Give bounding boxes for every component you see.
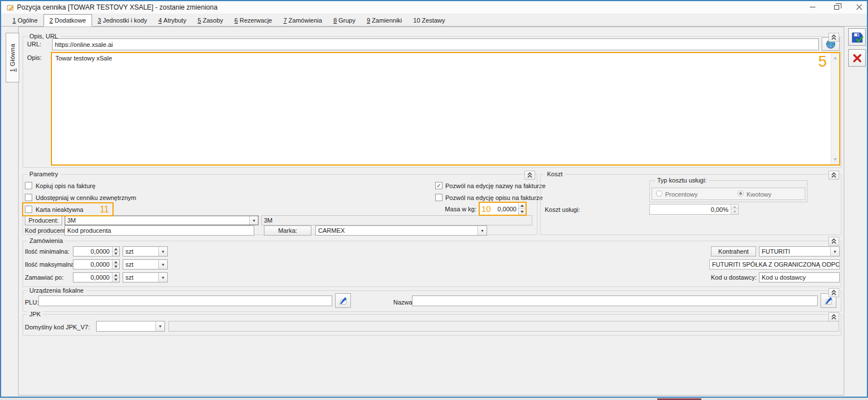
tab-zamienniki[interactable]: 9Zamienniki — [361, 15, 407, 26]
checkbox-pozwol-opisu[interactable] — [435, 194, 442, 201]
dropdown-arrow-icon[interactable]: ▾ — [830, 247, 839, 256]
plu-input[interactable] — [38, 295, 332, 306]
url-input[interactable]: https://online.xsale.ai — [52, 38, 819, 50]
masa-spin-buttons[interactable] — [518, 203, 526, 215]
tab-zamowienia[interactable]: 7Zamówienia — [277, 15, 327, 26]
dropdown-arrow-icon[interactable]: ▾ — [478, 226, 487, 235]
minimize-button[interactable] — [804, 1, 822, 13]
collapse-chevron-icon — [831, 290, 836, 295]
plu-label: PLU: — [25, 299, 38, 306]
marka-combo[interactable]: CARMEX ▾ — [315, 225, 487, 236]
tab-rezerwacje[interactable]: 6Rezerwacje — [229, 15, 278, 26]
url-label: URL: — [27, 41, 41, 47]
typ-kosztu-title: Typ kosztu usługi: — [655, 177, 709, 184]
ilosc-minimalna-unit-combo[interactable]: szt ▾ — [123, 246, 168, 256]
save-button[interactable] — [848, 28, 866, 46]
masa-spinner[interactable]: 10 0,0000 — [479, 202, 527, 216]
tab-bar: 1Ogólne 2Dodatkowe 3Jednostki i kody 4At… — [1, 14, 867, 27]
close-button[interactable] — [850, 1, 868, 13]
cancel-button[interactable] — [848, 49, 866, 67]
checkbox-pozwol-opisu-label: Pozwól na edycję opisu na fakturze — [445, 194, 542, 201]
annotation-badge-5: 5 — [818, 53, 827, 71]
koszt-uslugi-spinner[interactable]: 0,00% — [649, 204, 739, 215]
collapse-zamowienia-button[interactable] — [828, 237, 839, 246]
tab-ogolne[interactable]: 1Ogólne — [7, 15, 44, 26]
spin-buttons[interactable] — [112, 247, 119, 256]
collapse-urzadzenia-button[interactable] — [828, 288, 839, 297]
dropdown-arrow-icon[interactable]: ▾ — [158, 260, 167, 269]
koszt-spin-buttons[interactable] — [731, 205, 738, 214]
minimize-icon — [810, 7, 815, 7]
opis-label: Opis: — [27, 54, 42, 61]
side-tab-glowna[interactable]: 1 Główna — [6, 33, 19, 82]
collapse-opis-url-button[interactable] — [828, 33, 839, 42]
kod-dostawcy-input[interactable]: Kod u dostawcy — [759, 272, 840, 282]
collapse-chevron-icon — [831, 34, 836, 40]
collapse-chevron-icon — [831, 314, 836, 320]
kontrahent-combo[interactable]: FUTURITI ▾ — [759, 246, 840, 256]
producent-combo[interactable]: 3M ▾ — [64, 215, 259, 225]
section-urzadzenia-title: Urządzenia fiskalne — [27, 287, 86, 294]
tab-atrybuty[interactable]: 4Atrybuty — [153, 15, 192, 26]
annotation-badge-10: 10 — [480, 203, 491, 215]
radio-kwotowy[interactable] — [737, 190, 744, 197]
nazwa-label: Nazwa: — [393, 299, 414, 306]
collapse-parametry-button[interactable] — [524, 171, 535, 180]
section-koszt-title: Koszt — [545, 171, 565, 177]
opis-textarea[interactable]: Towar testowy xSale 5 — [51, 52, 840, 166]
kod-producenta-input[interactable]: Kod producenta — [64, 225, 254, 236]
checkbox-pozwol-nazwy[interactable]: ✓ — [435, 182, 442, 189]
section-jpk-title: JPK — [27, 311, 43, 318]
zamawiac-po-unit-combo[interactable]: szt ▾ — [123, 272, 168, 282]
desktop-strip — [0, 398, 868, 400]
zamawiac-po-spinner[interactable]: 0,0000 — [73, 272, 120, 282]
checkbox-kopiuj-opis[interactable] — [25, 182, 32, 189]
radio-procentowy-label: Procentowy — [665, 191, 697, 198]
tab-jednostki-i-kody[interactable]: 3Jednostki i kody — [92, 15, 153, 26]
masa-label: Masa w kg: — [420, 206, 476, 212]
opis-text: Towar testowy xSale — [55, 55, 112, 62]
tab-zestawy[interactable]: 10Zestawy — [407, 15, 450, 26]
collapse-chevron-icon — [831, 238, 836, 244]
app-window: Pozycja cennika [TOWAR TESTOVY XSALE] - … — [0, 0, 868, 398]
jpk-label: Domyślny kod JPK_V7: — [25, 324, 90, 331]
spin-buttons[interactable] — [112, 260, 119, 269]
producent-button[interactable]: Producent: — [25, 215, 62, 225]
tab-zasoby[interactable]: 5Zasoby — [192, 15, 229, 26]
opis-scrollbar[interactable] — [831, 53, 839, 164]
collapse-jpk-button[interactable] — [828, 312, 839, 321]
spin-buttons[interactable] — [112, 273, 119, 282]
dropdown-arrow-icon[interactable]: ▾ — [249, 216, 258, 225]
dropdown-arrow-icon[interactable]: ▾ — [158, 273, 167, 282]
restore-icon — [834, 5, 839, 10]
dropdown-arrow-icon[interactable]: ▾ — [158, 247, 167, 256]
ilosc-maksymalna-spinner[interactable]: 0,0000 — [73, 259, 120, 269]
radio-procentowy[interactable] — [656, 190, 662, 197]
tab-grupy[interactable]: 8Grupy — [328, 15, 361, 26]
checkbox-udostepniaj[interactable] — [25, 194, 32, 201]
dropdown-arrow-icon[interactable]: ▾ — [155, 321, 164, 331]
ilosc-minimalna-spinner[interactable]: 0,0000 — [73, 246, 120, 256]
scroll-up-icon — [834, 56, 837, 59]
tab-dodatkowe[interactable]: 2Dodatkowe — [44, 14, 92, 27]
scroll-down-icon — [834, 158, 837, 161]
plu-edit-button[interactable] — [335, 293, 351, 308]
section-parametry-title: Parametry — [27, 171, 60, 177]
restore-button[interactable] — [827, 1, 845, 13]
checkbox-udostepniaj-label: Udostępniaj w cenniku zewnętrznym — [36, 194, 136, 201]
kontrahent-name-readonly: FUTURITI SPÓŁKA Z OGRANICZONĄ ODPOWIEDZI… — [709, 259, 840, 269]
save-icon — [850, 31, 864, 44]
masa-value: 0,0000 — [491, 203, 518, 215]
producent-name-readonly: 3M — [261, 215, 532, 225]
kontrahent-button[interactable]: Kontrahent — [711, 246, 756, 256]
jpk-combo[interactable]: ▾ — [96, 321, 165, 332]
collapse-koszt-button[interactable] — [828, 171, 839, 180]
ilosc-maksymalna-unit-combo[interactable]: szt ▾ — [123, 259, 168, 269]
checkbox-karta-nieaktywna[interactable] — [25, 206, 32, 213]
marka-button[interactable]: Marka: — [264, 225, 311, 236]
checkbox-pozwol-nazwy-label: Pozwól na edycję nazwy na fakturze — [445, 182, 545, 189]
kod-producenta-label: Kod producenta — [25, 227, 69, 234]
ilosc-minimalna-label: Ilość minimalna: — [25, 248, 70, 255]
nazwa-input[interactable] — [412, 295, 818, 306]
checkbox-karta-nieaktywna-label: Karta nieaktywna — [36, 206, 83, 213]
